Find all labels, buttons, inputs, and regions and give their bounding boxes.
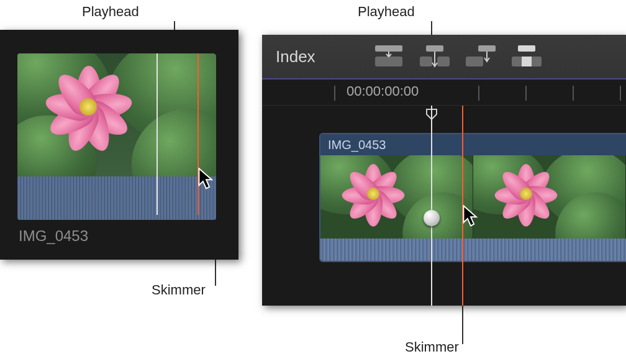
timeline-clip-filmstrip xyxy=(320,155,626,239)
timeline-index-button[interactable]: Index xyxy=(276,47,315,66)
playhead-handle[interactable] xyxy=(424,210,440,226)
media-browser-panel: IMG_0453 xyxy=(0,30,238,260)
playhead-label-left: Playhead xyxy=(82,4,139,20)
ruler-timecode: 00:00:00:00 xyxy=(347,83,419,99)
skimmer-label-left: Skimmer xyxy=(152,282,206,298)
callout-leader xyxy=(462,306,463,344)
timeline-toolbar: Index xyxy=(262,35,626,80)
svg-rect-10 xyxy=(522,57,532,66)
timeline-playhead[interactable] xyxy=(431,106,432,306)
svg-rect-3 xyxy=(420,57,432,66)
browser-clip-name: IMG_0453 xyxy=(19,227,88,245)
svg-rect-6 xyxy=(466,57,483,66)
svg-rect-2 xyxy=(426,45,443,52)
timeline-clip[interactable]: IMG_0453 xyxy=(319,133,626,262)
browser-skimmer[interactable] xyxy=(197,53,199,215)
svg-rect-4 xyxy=(437,57,450,66)
timeline-panel: Index xyxy=(262,35,626,306)
svg-rect-7 xyxy=(518,45,535,52)
timeline-ruler[interactable]: 00:00:00:00 xyxy=(262,80,626,106)
svg-rect-5 xyxy=(478,45,496,52)
timeline-skimmer[interactable] xyxy=(462,106,463,306)
timeline-clip-audio-waveform xyxy=(320,239,626,261)
playhead-label-right: Playhead xyxy=(358,4,415,20)
svg-rect-1 xyxy=(375,57,402,66)
browser-playhead[interactable] xyxy=(156,53,158,215)
append-clip-icon[interactable] xyxy=(463,43,498,70)
skimmer-label-right: Skimmer xyxy=(405,339,459,355)
browser-clip[interactable] xyxy=(17,53,216,220)
clip-audio-waveform xyxy=(17,176,216,220)
timeline-body[interactable]: IMG_0453 xyxy=(262,106,626,306)
overwrite-clip-icon[interactable] xyxy=(509,43,544,70)
timeline-clip-name: IMG_0453 xyxy=(320,134,626,155)
clip-filmstrip xyxy=(17,53,216,176)
svg-rect-0 xyxy=(375,45,402,52)
connect-clip-icon[interactable] xyxy=(371,43,406,70)
insert-clip-icon[interactable] xyxy=(417,43,452,70)
